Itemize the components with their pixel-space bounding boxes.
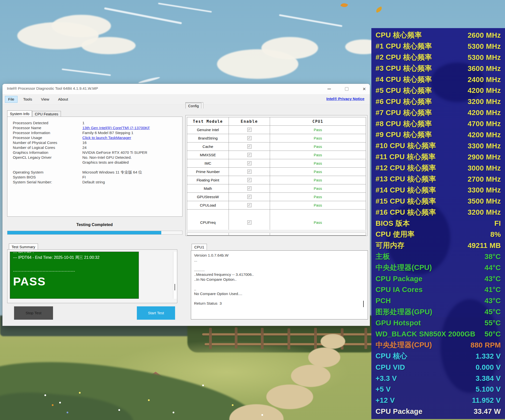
- system-info-row: Processor Usage Click to launch TaskMana…: [7, 135, 182, 140]
- enable-checkbox[interactable]: ✓: [247, 136, 252, 140]
- summary-scroll-thumb[interactable]: [175, 284, 175, 290]
- menu-item[interactable]: View: [38, 96, 52, 103]
- sensor-value: 8%: [490, 230, 501, 239]
- results-tab[interactable]: Config: [185, 103, 201, 108]
- sensor-value: 3200 MHz: [468, 98, 501, 106]
- fence-post: [261, 328, 264, 349]
- stop-test-button[interactable]: Stop Test: [14, 306, 53, 320]
- menu-item[interactable]: Tools: [20, 96, 35, 103]
- sensor-label: CPU 核心: [376, 351, 407, 361]
- sensor-label: #8 CPU 核心频率: [376, 119, 432, 129]
- system-info-row: Number of Logical Cores 24: [7, 145, 182, 150]
- sensor-row: #12 CPU 核心频率 3000 MHz: [371, 163, 505, 174]
- system-info-row: Graphics tests are disabled: [7, 160, 182, 165]
- sensor-row: #6 CPU 核心频率 3200 MHz: [371, 96, 505, 107]
- sensor-value: 880 RPM: [470, 341, 501, 349]
- table-row: IMC ✓ Pass: [187, 159, 366, 168]
- menu-item[interactable]: About: [55, 96, 72, 103]
- sensor-label: #10 CPU 核心频率: [376, 141, 436, 151]
- enable-checkbox[interactable]: ✓: [247, 203, 252, 207]
- enable-checkbox[interactable]: ✓: [247, 195, 252, 199]
- sensor-label: +5 V: [376, 385, 391, 393]
- test-result: Pass: [270, 134, 366, 142]
- table-row: Genuine Intel ✓ Pass: [187, 126, 366, 134]
- sensor-row: CPU Package 33.47 W: [371, 406, 505, 417]
- fence-post: [364, 328, 367, 349]
- maximize-button[interactable]: [339, 84, 354, 94]
- sensor-value: 43°C: [485, 297, 501, 305]
- info-label: Number of Physical Cores: [7, 140, 82, 145]
- table-row: Floating Point ✓ Pass: [187, 176, 366, 184]
- sensor-value: 3300 MHz: [468, 186, 501, 194]
- sensor-label: #4 CPU 核心频率: [376, 75, 432, 85]
- enable-checkbox[interactable]: ✓: [247, 186, 252, 191]
- log-line: [194, 296, 365, 301]
- sensor-row: #13 CPU 核心频率 2700 MHz: [371, 174, 505, 185]
- info-tab[interactable]: System Info: [7, 110, 32, 117]
- sensor-value: 2600 MHz: [468, 31, 501, 39]
- sensor-label: CPU VID: [376, 363, 405, 371]
- enable-checkbox[interactable]: ✓: [247, 153, 252, 157]
- table-row: Prime Number ✓ Pass: [187, 168, 366, 176]
- enable-checkbox[interactable]: ✓: [247, 144, 252, 149]
- cpu1-tab[interactable]: CPU1: [192, 244, 207, 250]
- info-label: System BIOS: [7, 175, 82, 179]
- title-bar: Intel® Processor Diagnostic Tool 64Bit 4…: [2, 84, 370, 94]
- sensor-value: 3.384 V: [476, 374, 501, 383]
- sensor-label: 可用内存: [376, 241, 404, 250]
- enable-checkbox[interactable]: ✓: [247, 170, 252, 174]
- sensor-value: 43°C: [485, 275, 501, 283]
- test-module-name: CPULoad: [187, 201, 229, 209]
- info-tab[interactable]: CPU Features: [32, 111, 61, 117]
- summary-result: PASS: [13, 275, 139, 288]
- test-result: Pass: [270, 142, 366, 151]
- hardware-monitor-overlay: CPU 核心频率 2600 MHz #1 CPU 核心频率 5300 MHz #…: [371, 28, 505, 419]
- system-info-row: Processor Name 13th Gen Intel(R) Core(TM…: [7, 125, 182, 130]
- sensor-value: 2700 MHz: [468, 175, 501, 183]
- sensor-row: #1 CPU 核心频率 5300 MHz: [371, 41, 505, 52]
- enable-checkbox[interactable]: ✓: [247, 128, 252, 132]
- log-line: [194, 262, 365, 267]
- log-line: Version 1.0.7.64b.W: [194, 253, 365, 258]
- info-label: OpenCL Legacy Driver: [7, 155, 82, 160]
- sensor-label: CPU IA Cores: [376, 286, 423, 294]
- info-value: 16: [82, 140, 182, 145]
- test-summary-output: --- IPDT64 - ........... ....... --- IPD…: [10, 252, 139, 299]
- sensor-value: 3500 MHz: [468, 197, 501, 205]
- start-test-button[interactable]: Start Test: [137, 306, 175, 320]
- system-info-row: Processor Information Family 6 Model B7 …: [7, 130, 182, 135]
- log-line: ..In No Compare Option..: [194, 277, 365, 282]
- menu-item[interactable]: File: [5, 96, 18, 103]
- sensor-value: 4200 MHz: [468, 109, 501, 117]
- cpu1-log-textarea[interactable]: Version 1.0.7.64b.W ... .......... ..Mea…: [191, 250, 368, 319]
- sensor-label: PCH: [376, 297, 391, 305]
- dirt-path: [308, 348, 340, 367]
- summary-scrollbar[interactable]: [173, 252, 177, 299]
- sensor-value: 5.100 V: [476, 385, 501, 393]
- sensor-row: +5 V 5.100 V: [371, 384, 505, 395]
- enable-checkbox[interactable]: ✓: [247, 220, 252, 225]
- table-row: Math ✓ Pass: [187, 184, 366, 193]
- sensor-label: #6 CPU 核心频率: [376, 97, 432, 107]
- privacy-notice-link[interactable]: Intel® Privacy Notice: [326, 97, 364, 101]
- close-button[interactable]: ✕: [357, 84, 372, 94]
- info-tabs: System Info CPU Features: [7, 110, 61, 117]
- enable-checkbox[interactable]: ✓: [247, 161, 252, 165]
- sensor-row: 主板 38°C: [371, 251, 505, 262]
- sensor-label: CPU 核心频率: [376, 30, 422, 40]
- sensor-value: 2900 MHz: [468, 153, 501, 161]
- sensor-label: CPU 使用率: [376, 229, 415, 239]
- system-info-row: Operating System Microsoft Windows 11 专业…: [7, 170, 182, 175]
- sensor-row: #16 CPU 核心频率 3200 MHz: [371, 207, 505, 218]
- test-summary-tab[interactable]: Test Summary: [9, 244, 38, 250]
- minimize-button[interactable]: [322, 84, 337, 94]
- sensor-label: CPU Package: [376, 275, 422, 283]
- test-module-name: Floating Point: [187, 176, 229, 184]
- sensor-label: #9 CPU 核心频率: [376, 130, 432, 140]
- table-horizontal-scrollbar[interactable]: [187, 230, 366, 233]
- sensor-value: 2400 MHz: [468, 76, 501, 84]
- sensor-row: #8 CPU 核心频率 4700 MHz: [371, 118, 505, 129]
- sensor-row: #9 CPU 核心频率 4200 MHz: [371, 129, 505, 140]
- enable-checkbox[interactable]: ✓: [247, 178, 252, 182]
- sensor-value: 3200 MHz: [468, 208, 501, 216]
